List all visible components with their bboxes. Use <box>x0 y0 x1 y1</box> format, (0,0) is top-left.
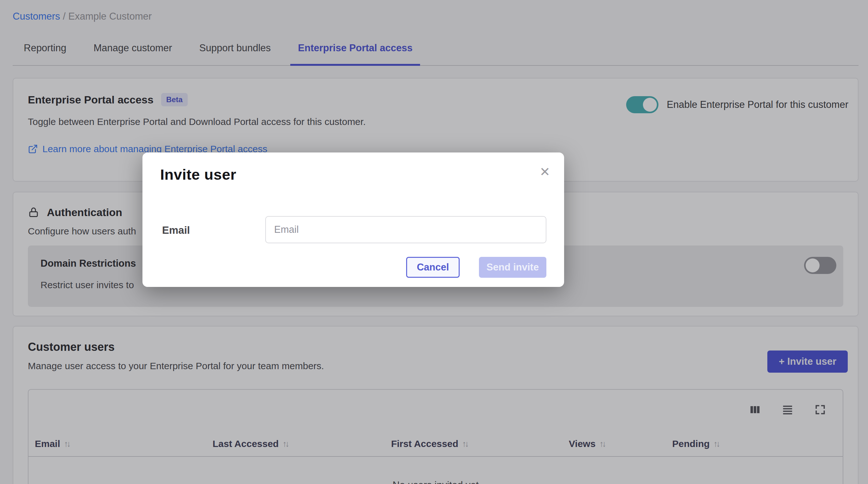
close-icon[interactable]: ✕ <box>539 164 550 179</box>
cancel-button[interactable]: Cancel <box>406 257 460 278</box>
email-label: Email <box>162 224 190 236</box>
invite-user-modal: Invite user ✕ Email Cancel Send invite <box>143 153 564 287</box>
email-field[interactable] <box>265 216 547 243</box>
modal-title: Invite user <box>160 166 237 183</box>
send-invite-button[interactable]: Send invite <box>479 257 547 278</box>
